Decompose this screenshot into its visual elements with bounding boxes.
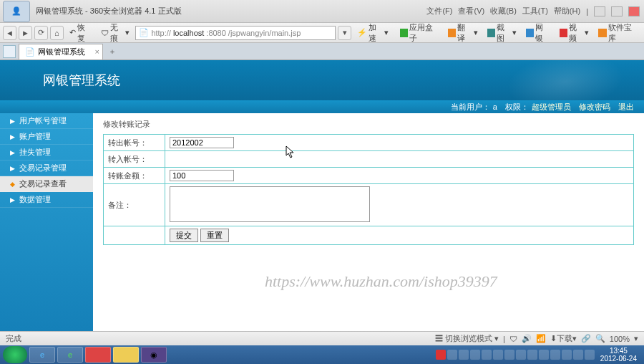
restore-button[interactable]: ↶恢复	[66, 22, 95, 44]
tray-icon[interactable]	[539, 350, 549, 360]
tray-icon[interactable]	[585, 350, 595, 360]
menu-file[interactable]: 文件(F)	[426, 6, 452, 16]
close-button[interactable]	[628, 6, 640, 16]
tab-favicon: 📄	[25, 47, 35, 57]
menu-help[interactable]: 帮助(H)	[554, 6, 580, 16]
sidebar-item-accounts[interactable]: ▶账户管理	[0, 129, 93, 145]
download-button[interactable]: ⬇下载▾	[550, 333, 577, 344]
app-banner: 网银管理系统	[0, 60, 644, 100]
translate-button[interactable]: 翻译▾	[444, 22, 481, 44]
window-title: 网银管理系统 - 360安全浏览器 4.1 正式版	[33, 6, 182, 16]
main-content: 修改转账记录 转出帐号： 转入帐号： 转账金额： 备注：	[93, 113, 644, 331]
page-icon: 📄	[139, 28, 149, 37]
task-eclipse-icon[interactable]: ◉	[141, 347, 167, 363]
app-title: 网银管理系统	[43, 72, 120, 89]
remark-textarea[interactable]	[170, 186, 370, 222]
browser-title-bar: 👤 网银管理系统 - 360安全浏览器 4.1 正式版 文件(F) 查看(V) …	[0, 0, 644, 23]
back-button[interactable]: ◄	[3, 26, 16, 40]
out-account-label: 转出帐号：	[104, 135, 165, 151]
menu-fav[interactable]: 收藏(B)	[490, 6, 517, 16]
status-icon[interactable]: 🛡	[509, 335, 517, 343]
address-bar[interactable]: 📄 http://localhost:8080/jspwangyin/main.…	[135, 26, 336, 40]
panel-title: 修改转账记录	[103, 119, 634, 130]
task-360-icon[interactable]: e	[57, 347, 83, 363]
reset-button[interactable]: 重置	[200, 229, 229, 242]
tray-icon[interactable]	[493, 350, 503, 360]
ebank-button[interactable]: 网银	[522, 22, 554, 44]
amount-label: 转账金额：	[104, 168, 165, 184]
tray-icon[interactable]	[573, 350, 583, 360]
submit-button[interactable]: 提交	[170, 229, 198, 242]
windows-taskbar: e e ◉ 13:45 2012-06-24	[0, 345, 644, 364]
tab-label: 网银管理系统	[38, 47, 85, 57]
sidebar-item-transaction-view[interactable]: ◆交易记录查看	[0, 176, 93, 192]
tray-icon[interactable]	[516, 350, 526, 360]
browser-toolbar: ◄ ► ⟳ ⌂ ↶恢复 🛡无痕▾ 📄 http://localhost:8080…	[0, 23, 644, 43]
tab-close-icon[interactable]: ×	[95, 47, 99, 56]
change-password-link[interactable]: 修改密码	[579, 102, 610, 112]
task-app-icon[interactable]	[85, 347, 111, 363]
tray-icon[interactable]	[470, 350, 480, 360]
status-icon[interactable]: 🔗	[581, 334, 591, 343]
screenshot-button[interactable]: 截图▾	[484, 22, 520, 44]
taskbar-clock[interactable]: 13:45 2012-06-24	[596, 347, 641, 363]
user-avatar-icon[interactable]: 👤	[3, 1, 30, 22]
browser-tab[interactable]: 📄 网银管理系统 ×	[19, 44, 103, 59]
status-icon[interactable]: 🔍	[595, 334, 605, 343]
maximize-button[interactable]	[611, 6, 623, 16]
tray-icon[interactable]	[504, 350, 514, 360]
minimize-button[interactable]	[594, 6, 605, 16]
user-info-bar: 当前用户： a 权限： 超级管理员 修改密码 退出	[0, 100, 644, 113]
menu-view[interactable]: 查看(V)	[458, 6, 484, 16]
logout-link[interactable]: 退出	[618, 102, 634, 112]
sidebar-toggle-icon[interactable]	[3, 45, 16, 58]
tray-icon[interactable]	[527, 350, 537, 360]
tray-icon[interactable]	[459, 350, 469, 360]
tray-icon[interactable]	[562, 350, 572, 360]
task-ie-icon[interactable]: e	[29, 347, 55, 363]
sidebar: ▶用户帐号管理 ▶账户管理 ▶挂失管理 ▶交易记录管理 ◆交易记录查看 ▶数据管…	[0, 113, 93, 331]
browser-status-bar: 完成 ☰ 切换浏览模式 ▾ | 🛡 🔊 📶 ⬇下载▾ 🔗 🔍 100%▾	[0, 331, 644, 345]
status-icon[interactable]: 📶	[536, 334, 546, 343]
home-button[interactable]: ⌂	[50, 26, 64, 40]
start-button[interactable]	[3, 346, 27, 363]
out-account-input[interactable]	[170, 137, 234, 148]
tray-icon[interactable]	[482, 350, 492, 360]
software-button[interactable]: 软件宝库	[595, 22, 641, 44]
zoom-level[interactable]: 100%	[610, 335, 630, 343]
amount-input[interactable]	[170, 170, 234, 181]
tray-icon[interactable]	[436, 350, 446, 360]
incognito-button[interactable]: 🛡无痕▾	[97, 22, 133, 44]
reload-button[interactable]: ⟳	[34, 26, 48, 40]
sidebar-item-data[interactable]: ▶数据管理	[0, 192, 93, 208]
tray-icon[interactable]	[550, 350, 560, 360]
in-account-label: 转入帐号：	[104, 151, 165, 168]
status-icon[interactable]: 🔊	[522, 334, 532, 343]
tray-icon[interactable]	[447, 350, 457, 360]
forward-button[interactable]: ►	[19, 26, 32, 40]
appbox-button[interactable]: 应用盒子	[396, 22, 443, 44]
form-table: 转出帐号： 转入帐号： 转账金额： 备注：	[103, 134, 634, 245]
sidebar-item-loss[interactable]: ▶挂失管理	[0, 145, 93, 161]
system-tray: 13:45 2012-06-24	[436, 347, 641, 363]
sidebar-item-users[interactable]: ▶用户帐号管理	[0, 113, 93, 129]
new-tab-button[interactable]: +	[106, 45, 119, 58]
status-text: 完成	[6, 333, 21, 344]
remark-label: 备注：	[104, 184, 165, 226]
addr-dropdown[interactable]: ▾	[338, 26, 351, 40]
sidebar-item-transactions[interactable]: ▶交易记录管理	[0, 161, 93, 176]
switch-mode-button[interactable]: ☰ 切换浏览模式 ▾	[435, 333, 499, 344]
role-link[interactable]: 超级管理员	[532, 102, 571, 112]
menu-tools[interactable]: 工具(T)	[522, 6, 548, 16]
tab-strip: 📄 网银管理系统 × +	[0, 43, 644, 60]
video-button[interactable]: 视频▾	[556, 22, 592, 44]
speed-button[interactable]: ⚡加速▾	[353, 22, 391, 44]
task-folder-icon[interactable]	[113, 347, 139, 363]
